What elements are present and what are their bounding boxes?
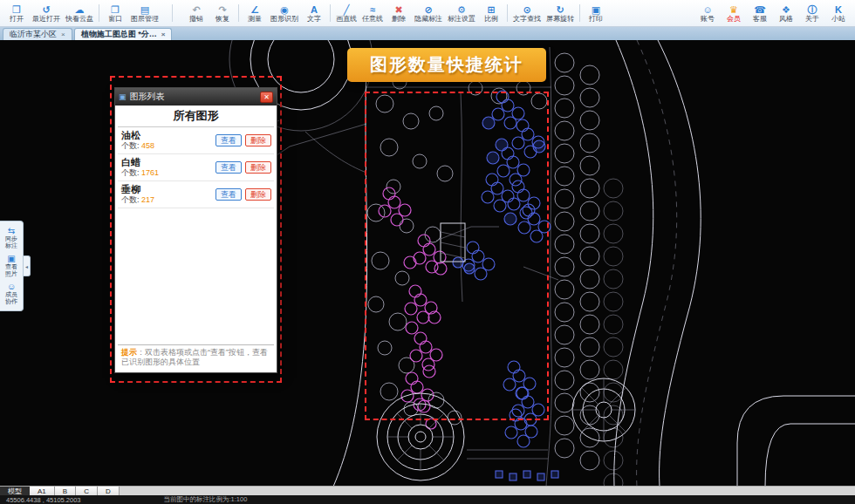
dialog-titlebar[interactable]: ▣ 图形列表 ✕	[115, 88, 277, 106]
undo-button[interactable]: ↶撤销	[183, 1, 209, 26]
undo-label: 撤销	[189, 15, 203, 23]
sheet-tab-d[interactable]: D	[98, 487, 120, 495]
view-button[interactable]: 查看	[215, 134, 242, 146]
rotate-screen-button[interactable]: ↻屏幕旋转	[544, 1, 577, 26]
member-collab-button[interactable]: ☺ 成员协作	[0, 280, 23, 308]
about-icon: ⓘ	[808, 4, 817, 15]
redo-button[interactable]: ↷恢复	[209, 1, 236, 26]
toolbar-separator	[238, 4, 239, 22]
hide-annotation-button[interactable]: ⊘隐藏标注	[412, 1, 445, 26]
count-label: 个数:	[121, 195, 141, 204]
text-search-button[interactable]: ⊙文字查找	[510, 1, 544, 26]
window-button[interactable]: ❐窗口	[102, 1, 128, 26]
annotation-settings-icon: ⚙	[457, 4, 466, 15]
draw-line-button[interactable]: ╱画直线	[333, 1, 359, 26]
member-collab-label: 成员协作	[5, 291, 18, 305]
vip-member-button[interactable]: ♛会员	[721, 1, 747, 26]
open-button[interactable]: ❒打开	[3, 1, 30, 26]
delete-label: 删除	[392, 15, 406, 23]
layers-label: 图层管理	[131, 15, 159, 23]
delete-icon: ✖	[394, 4, 402, 15]
view-photo-button[interactable]: ▣ 查看照片	[0, 252, 23, 280]
list-item[interactable]: 垂柳 个数: 217 查看 删除	[118, 181, 274, 208]
layer-manage-button[interactable]: ▤图层管理	[128, 1, 161, 26]
draw-line-label: 画直线	[336, 15, 357, 23]
toolbar-separator	[330, 4, 331, 22]
document-tabbar: 临沂市某小区× 植物施工图总图 *分…×	[0, 27, 855, 40]
measure-button[interactable]: ∠测量	[242, 1, 268, 26]
count-value: 217	[141, 195, 154, 204]
doc-tab-2[interactable]: 植物施工图总图 *分…×	[74, 28, 173, 40]
sheet-tab-c[interactable]: C	[76, 487, 98, 495]
cloud-label: 快看云盘	[65, 15, 93, 23]
main-toolbar: ❒打开 ↺最近打开 ☁快看云盘 ❐窗口 ▤图层管理 ↶撤销 ↷恢复 ∠测量 ◉图…	[0, 0, 855, 27]
annotation-settings-button[interactable]: ⚙标注设置	[445, 1, 478, 26]
dialog-close-button[interactable]: ✕	[260, 92, 273, 103]
app-window: ❒打开 ↺最近打开 ☁快看云盘 ❐窗口 ▤图层管理 ↶撤销 ↷恢复 ∠测量 ◉图…	[0, 0, 855, 504]
support-button[interactable]: ☎客服	[747, 1, 773, 26]
redo-label: 恢复	[215, 15, 229, 23]
delete-row-button[interactable]: 删除	[245, 188, 271, 201]
scale-button[interactable]: ⊞比例	[478, 1, 504, 26]
redo-icon: ↷	[218, 4, 226, 15]
toolbar-separator	[579, 4, 580, 22]
status-coordinates: 45506.4438 , 45105.2003	[6, 496, 81, 504]
rotate-screen-icon: ↻	[556, 4, 564, 15]
dialog-hint: 提示：双击表格项或点击“查看”按钮，查看已识别图形的具体位置	[118, 344, 274, 370]
list-item[interactable]: 油松 个数: 458 查看 删除	[118, 127, 274, 154]
about-button[interactable]: ⓘ关于	[799, 1, 825, 26]
window-icon: ❐	[111, 4, 120, 15]
text-button[interactable]: A文字	[301, 1, 327, 26]
account-icon: ☺	[702, 4, 712, 15]
about-label: 关于	[805, 15, 819, 23]
delete-row-button[interactable]: 删除	[245, 161, 271, 174]
account-label: 账号	[701, 15, 715, 23]
status-scale-info: 当前图中的标注比例为:1:100	[164, 495, 248, 504]
text-search-label: 文字查找	[513, 15, 541, 23]
toolbar-right-group: ☺账号 ♛会员 ☎客服 ❖风格 ⓘ关于 K小站	[694, 1, 852, 26]
recent-icon: ↺	[42, 4, 50, 15]
list-item[interactable]: 白蜡 个数: 1761 查看 删除	[118, 154, 274, 181]
view-button[interactable]: 查看	[215, 188, 242, 201]
shape-recognize-button[interactable]: ◉图形识别	[268, 1, 301, 26]
member-collab-icon: ☺	[7, 282, 16, 291]
view-photo-icon: ▣	[7, 254, 15, 263]
style-button[interactable]: ❖风格	[773, 1, 799, 26]
cad-canvas[interactable]: ⇆ 同步标注 ▣ 查看照片 ☺ 成员协作 ◂ 图形数量快捷统计 ▣ 图形列表 ✕	[0, 40, 855, 486]
ksite-button[interactable]: K小站	[825, 1, 852, 26]
shape-name: 白蜡	[121, 157, 159, 168]
doc-tab-1[interactable]: 临沂市某小区×	[3, 28, 72, 40]
delete-button[interactable]: ✖删除	[386, 1, 412, 26]
measure-label: 测量	[248, 15, 262, 23]
sheet-tab-a1[interactable]: A1	[30, 487, 55, 495]
count-label: 个数:	[121, 168, 141, 177]
open-label: 打开	[10, 15, 24, 23]
side-tools-panel: ⇆ 同步标注 ▣ 查看照片 ☺ 成员协作	[0, 221, 24, 311]
text-icon: A	[311, 4, 318, 15]
delete-row-button[interactable]: 删除	[245, 134, 271, 146]
shape-name: 垂柳	[121, 184, 154, 195]
doc-tab-2-label: 植物施工图总图 *分…	[81, 29, 157, 40]
style-label: 风格	[779, 15, 793, 23]
dialog-title: 图形列表	[130, 91, 256, 103]
freehand-line-button[interactable]: ≈任意线	[359, 1, 386, 26]
sync-annotation-button[interactable]: ⇆ 同步标注	[0, 224, 23, 252]
account-button[interactable]: ☺账号	[694, 1, 721, 26]
style-icon: ❖	[782, 4, 790, 15]
view-button[interactable]: 查看	[215, 161, 242, 174]
print-icon: ▣	[592, 4, 600, 15]
doc-tab-1-close-icon[interactable]: ×	[61, 31, 65, 38]
print-button[interactable]: ▣打印	[583, 1, 609, 26]
sheet-tab-b[interactable]: B	[55, 487, 76, 495]
cloud-disk-button[interactable]: ☁快看云盘	[63, 1, 96, 26]
recent-open-button[interactable]: ↺最近打开	[30, 1, 63, 26]
cloud-icon: ☁	[75, 4, 85, 15]
toolbar-separator	[172, 4, 173, 22]
panel-collapse-arrow-icon[interactable]: ◂	[24, 255, 31, 276]
ksite-label: 小站	[831, 15, 845, 23]
layers-icon: ▤	[140, 4, 149, 15]
model-tab[interactable]: 模型	[0, 487, 30, 495]
shape-recognize-icon: ◉	[280, 4, 289, 15]
undo-icon: ↶	[192, 4, 200, 15]
doc-tab-2-close-icon[interactable]: ×	[161, 31, 166, 38]
